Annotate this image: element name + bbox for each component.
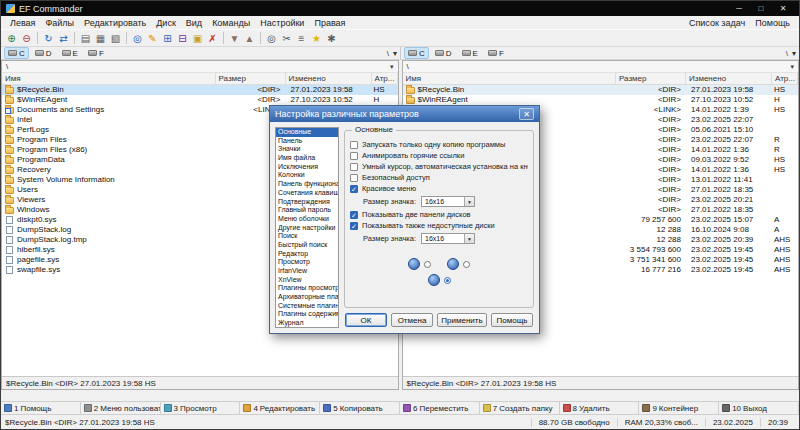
- drive-button-e[interactable]: E: [458, 47, 482, 59]
- icon-size-combobox[interactable]: 16x16▼: [421, 196, 475, 207]
- tree-item[interactable]: Основные: [276, 128, 338, 137]
- fkey-8-button[interactable]: 8Удалить: [560, 402, 640, 414]
- checkbox-option[interactable]: Умный курсор, автоматическая установка н…: [350, 161, 528, 172]
- ok-button[interactable]: ОК: [345, 313, 387, 327]
- settings-icon[interactable]: ✱: [324, 31, 339, 46]
- cancel-button[interactable]: Отмена: [391, 313, 433, 327]
- unpack-files-icon[interactable]: ▲: [242, 31, 257, 46]
- drive-button-e[interactable]: E: [58, 47, 82, 59]
- refresh-icon[interactable]: ↻: [41, 31, 56, 46]
- menu-item[interactable]: Левая: [5, 18, 40, 28]
- tree-item[interactable]: XnView: [276, 276, 338, 285]
- fkey-6-button[interactable]: 6Переместить: [400, 402, 480, 414]
- cut-icon[interactable]: ✂: [279, 31, 294, 46]
- new-folder-icon[interactable]: ▣: [190, 31, 205, 46]
- tree-item[interactable]: Сочетания клавиш: [276, 189, 338, 198]
- fkey-10-button[interactable]: 10Выход: [719, 402, 799, 414]
- drive-button-c[interactable]: C: [404, 47, 429, 59]
- checkbox[interactable]: [350, 174, 358, 182]
- tree-item[interactable]: Значки: [276, 145, 338, 154]
- radio-button[interactable]: [463, 261, 470, 268]
- fkey-1-button[interactable]: 1Помощь: [1, 402, 81, 414]
- tree-item[interactable]: Быстрый поиск: [276, 241, 338, 250]
- menu-item[interactable]: Помощь: [750, 18, 795, 28]
- column-header[interactable]: Размер: [616, 73, 686, 84]
- menu-item[interactable]: Настройки: [255, 18, 309, 28]
- menu-item[interactable]: Вид: [181, 18, 207, 28]
- tree-item[interactable]: Меню оболочки: [276, 215, 338, 224]
- view-file-icon[interactable]: ◎: [130, 31, 145, 46]
- file-row[interactable]: $WinREAgent<DIR>27.10.2023 10:52H: [403, 95, 799, 105]
- path-bar[interactable]: \▾: [403, 61, 799, 73]
- detailed-view-icon[interactable]: ▦: [93, 31, 108, 46]
- root-path-button[interactable]: \: [387, 49, 389, 58]
- icon-size-combobox[interactable]: 16x16▼: [421, 233, 475, 244]
- drive-list-dropdown-icon[interactable]: ▾: [393, 49, 397, 58]
- menu-item[interactable]: Файлы: [40, 18, 79, 28]
- tree-item[interactable]: Панель функциональн...: [276, 180, 338, 189]
- print-icon[interactable]: ≡: [294, 31, 309, 46]
- connect-network-drive-icon[interactable]: ⊕: [4, 31, 19, 46]
- apply-button[interactable]: Применить: [437, 313, 487, 327]
- maximize-button[interactable]: □: [750, 1, 772, 16]
- tree-item[interactable]: Исключения: [276, 163, 338, 172]
- checkbox[interactable]: ✓: [350, 185, 358, 193]
- radio-button[interactable]: [424, 261, 431, 268]
- menu-item[interactable]: Команды: [207, 18, 255, 28]
- swap-panels-icon[interactable]: ⇄: [56, 31, 71, 46]
- copy-files-icon[interactable]: ⊞: [160, 31, 175, 46]
- tree-item[interactable]: Плагины содержимого: [276, 310, 338, 319]
- checkbox-option[interactable]: ✓Показывать две панели дисков: [350, 209, 528, 220]
- menu-icon-style-option[interactable]: [408, 258, 431, 270]
- path-dropdown-icon[interactable]: ▾: [390, 63, 394, 71]
- checkbox[interactable]: ✓: [350, 222, 358, 230]
- column-header[interactable]: Имя: [403, 73, 617, 84]
- checkbox-option[interactable]: Анимировать горячие ссылки: [350, 150, 528, 161]
- fkey-3-button[interactable]: 3Просмотр: [161, 402, 241, 414]
- column-header[interactable]: Размер: [216, 73, 286, 84]
- tree-item[interactable]: Главный пароль: [276, 206, 338, 215]
- tree-item[interactable]: Колонки: [276, 171, 338, 180]
- favorites-icon[interactable]: ★: [309, 31, 324, 46]
- column-header[interactable]: Изменено: [686, 73, 772, 84]
- drive-button-d[interactable]: D: [31, 47, 56, 59]
- column-header[interactable]: Имя: [2, 73, 216, 84]
- brief-view-icon[interactable]: ▤: [78, 31, 93, 46]
- drive-button-f[interactable]: F: [484, 47, 508, 59]
- menu-item[interactable]: Диск: [151, 18, 181, 28]
- tree-item[interactable]: Поиск: [276, 232, 338, 241]
- edit-file-icon[interactable]: ✎: [145, 31, 160, 46]
- search-icon[interactable]: ◎: [264, 31, 279, 46]
- checkbox[interactable]: [350, 163, 358, 171]
- delete-files-icon[interactable]: ✗: [205, 31, 220, 46]
- drive-button-d[interactable]: D: [431, 47, 456, 59]
- help-button[interactable]: Помощь: [491, 313, 533, 327]
- menu-icon-style-option[interactable]: [428, 274, 451, 286]
- column-header[interactable]: Атр...: [372, 73, 398, 84]
- fkey-7-button[interactable]: 7Создать папку: [480, 402, 560, 414]
- fkey-5-button[interactable]: 5Копировать: [320, 402, 400, 414]
- dialog-title-bar[interactable]: Настройка различных параметров ✕: [270, 106, 539, 122]
- path-dropdown-icon[interactable]: ▾: [790, 63, 794, 71]
- tree-item[interactable]: Редактор: [276, 250, 338, 259]
- tree-item[interactable]: Плагины просмотра: [276, 284, 338, 293]
- tree-item[interactable]: Панель: [276, 137, 338, 146]
- checkbox-option[interactable]: Безопасный доступ: [350, 172, 528, 183]
- fkey-4-button[interactable]: 4Редактировать: [240, 402, 320, 414]
- column-header[interactable]: Атр...: [772, 73, 798, 84]
- menu-item[interactable]: Правая: [309, 18, 350, 28]
- file-row[interactable]: $Recycle.Bin<DIR>27.01.2023 19:58HS: [403, 85, 799, 95]
- tree-view-icon[interactable]: ▧: [108, 31, 123, 46]
- checkbox-option[interactable]: Запускать только одну копию программы: [350, 139, 528, 150]
- tree-item[interactable]: Системные плагины: [276, 302, 338, 311]
- disconnect-network-drive-icon[interactable]: ⊖: [19, 31, 34, 46]
- checkbox[interactable]: ✓: [350, 211, 358, 219]
- checkbox[interactable]: [350, 152, 358, 160]
- column-header[interactable]: Изменено: [286, 73, 372, 84]
- tree-item[interactable]: Просмотр: [276, 258, 338, 267]
- tree-item[interactable]: Другие настройки: [276, 224, 338, 233]
- root-path-button[interactable]: \: [786, 49, 788, 58]
- file-row[interactable]: $WinREAgent<DIR>27.10.2023 10:52H: [2, 95, 398, 105]
- file-row[interactable]: $Recycle.Bin<DIR>27.01.2023 19:58HS: [2, 85, 398, 95]
- tree-item[interactable]: Журнал: [276, 319, 338, 328]
